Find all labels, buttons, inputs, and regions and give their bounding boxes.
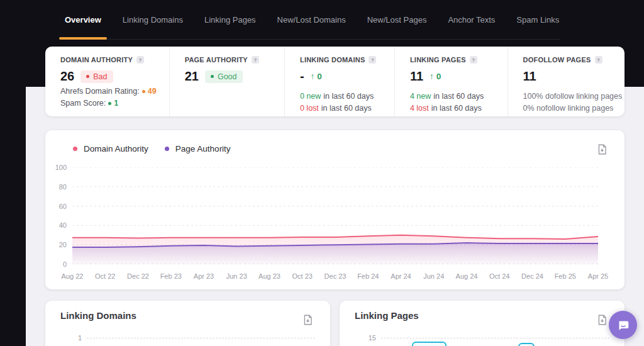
metric-value: 26	[60, 69, 74, 84]
linking-pages-chart-card: Linking Pages 1510	[340, 301, 625, 346]
tab-new-lost-pages[interactable]: New/Lost Pages	[367, 0, 427, 39]
legend-dot-icon	[165, 147, 169, 151]
x-axis-tick-label: Aug 24	[456, 272, 478, 280]
chart-plot-area	[72, 167, 598, 264]
x-axis-tick-label: Dec 24	[521, 272, 543, 280]
metric-title: LINKING DOMAINS	[300, 56, 365, 64]
y-axis-tick-label: 20	[59, 241, 67, 248]
up-arrow-icon: ↑	[311, 72, 315, 81]
x-axis-tick-label: Jun 23	[226, 272, 247, 280]
legend-domain-authority[interactable]: Domain Authority	[73, 144, 148, 153]
delta-up: ↑ 0	[311, 72, 322, 81]
x-axis-tick-label: Oct 22	[95, 272, 115, 280]
new-in-60-days: 4 new in last 60 days	[410, 92, 495, 101]
y-axis-tick-label: 40	[59, 221, 67, 229]
x-axis-labels: Aug 22Oct 22Dec 22Feb 23Apr 23Jun 23Aug …	[72, 272, 598, 281]
help-icon[interactable]	[369, 56, 376, 64]
left-edge-strip	[0, 0, 26, 346]
metric-value: -	[300, 69, 304, 84]
x-axis-tick-label: Feb 23	[160, 272, 182, 280]
legend-page-authority[interactable]: Page Authority	[165, 144, 231, 153]
nofollow-percent: 0% nofollow linking pages	[523, 104, 623, 113]
metric-linking-domains: LINKING DOMAINS - ↑ 0 0 new in last 60 d…	[285, 47, 395, 116]
tab-linking-pages[interactable]: Linking Pages	[204, 0, 256, 39]
metric-title: DOFOLLOW PAGES	[523, 56, 591, 64]
x-axis-tick-label: Apr 23	[194, 272, 214, 280]
tab-overview[interactable]: Overview	[65, 0, 101, 39]
x-axis-tick-label: Aug 22	[62, 272, 84, 280]
spam-score: Spam Score: 1	[60, 99, 157, 108]
x-axis-tick-label: Apr 24	[391, 272, 411, 280]
help-icon[interactable]	[136, 56, 144, 64]
card-title: Linking Domains	[60, 310, 136, 321]
y-axis-labels: 100806040200	[45, 167, 68, 264]
linking-domains-mini-chart: 10.8	[60, 329, 315, 346]
gridline	[87, 338, 315, 338]
export-file-icon[interactable]	[597, 144, 608, 155]
x-axis-tick-label: Aug 23	[258, 272, 280, 280]
bar[interactable]	[412, 342, 447, 346]
orange-dot-icon	[142, 90, 145, 93]
mini-gridline-row: 1	[60, 334, 315, 342]
chart-legend: Domain Authority Page Authority	[73, 144, 231, 153]
export-file-icon[interactable]	[303, 315, 313, 325]
x-axis-tick-label: Feb 25	[555, 272, 576, 280]
lost-in-60-days: 0 lost in last 60 days	[300, 104, 382, 113]
x-axis-tick-label: Dec 23	[325, 272, 347, 280]
x-axis-tick-label: Jun 24	[423, 272, 444, 280]
metric-value: 11	[523, 69, 536, 84]
status-badge-bad: Bad	[80, 70, 113, 83]
help-icon[interactable]	[595, 56, 602, 64]
linking-domains-chart-card: Linking Domains 10.8	[45, 301, 330, 346]
status-badge-good: Good	[205, 70, 243, 83]
green-dot-icon	[211, 75, 214, 78]
metric-title: DOMAIN AUTHORITY	[60, 56, 133, 64]
help-icon[interactable]	[252, 56, 259, 64]
y-axis-tick-label: 0	[63, 260, 67, 268]
chat-bubble-icon	[616, 318, 631, 333]
lost-in-60-days: 4 lost in last 60 days	[410, 104, 495, 113]
tab-anchor-texts[interactable]: Anchor Texts	[448, 0, 495, 39]
tab-new-lost-domains[interactable]: New/Lost Domains	[277, 0, 346, 39]
dofollow-percent: 100% dofollow linking pages	[523, 92, 623, 101]
y-axis-tick-label: 100	[55, 164, 67, 171]
metric-dofollow-pages: DOFOLLOW PAGES 11 100% dofollow linking …	[508, 47, 635, 116]
tab-spam-links[interactable]: Spam Links	[516, 0, 559, 39]
metric-linking-pages: LINKING PAGES 11 ↑ 0 4 new in last 60 da…	[395, 47, 508, 116]
x-axis-tick-label: Oct 23	[292, 272, 313, 280]
linking-pages-bars	[384, 301, 606, 346]
x-axis-tick-label: Oct 24	[489, 272, 509, 280]
bar[interactable]	[518, 343, 535, 346]
x-axis-tick-label: Apr 25	[588, 272, 608, 280]
help-icon[interactable]	[470, 56, 477, 64]
tab-bar: Overview Linking Domains Linking Pages N…	[65, 0, 560, 40]
tab-linking-domains[interactable]: Linking Domains	[123, 0, 183, 39]
green-dot-icon	[108, 102, 111, 105]
authority-trend-chart-card: Domain Authority Page Authority 10080604…	[45, 130, 625, 289]
ahrefs-domain-rating: Ahrefs Domain Rating: 49	[60, 87, 157, 96]
metric-page-authority: PAGE AUTHORITY 21 Good	[170, 47, 285, 116]
x-axis-tick-label: Feb 24	[357, 272, 379, 280]
new-in-60-days: 0 new in last 60 days	[300, 92, 382, 101]
y-axis-tick-label: 60	[59, 203, 67, 210]
metric-title: PAGE AUTHORITY	[185, 56, 248, 64]
metrics-summary-card: DOMAIN AUTHORITY 26 Bad Ahrefs Domain Ra…	[45, 47, 625, 116]
legend-dot-icon	[73, 147, 77, 151]
metric-title: LINKING PAGES	[410, 56, 466, 64]
y-axis-tick-label: 80	[59, 183, 67, 191]
main-chart	[72, 167, 598, 264]
x-axis-tick-label: Dec 22	[127, 272, 149, 280]
up-arrow-icon: ↑	[430, 72, 434, 81]
y-axis-tick-label: 15	[355, 334, 376, 342]
metric-domain-authority: DOMAIN AUTHORITY 26 Bad Ahrefs Domain Ra…	[45, 47, 170, 116]
delta-up: ↑ 0	[430, 72, 441, 81]
y-axis-tick-label: 1	[60, 334, 82, 342]
metric-value: 21	[185, 69, 199, 84]
metric-value: 11	[410, 69, 423, 84]
chat-widget-button[interactable]	[609, 311, 637, 339]
red-dot-icon	[86, 75, 89, 78]
